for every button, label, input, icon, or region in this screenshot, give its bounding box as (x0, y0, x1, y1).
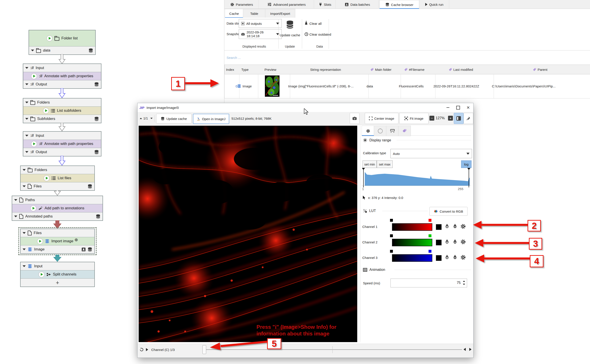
chevron-down-icon[interactable] (14, 199, 17, 201)
chevron-down-icon[interactable] (25, 118, 28, 120)
channel-2-max-swatch[interactable] (429, 234, 431, 237)
column-header-main-folder[interactable]: Main folder (365, 65, 397, 74)
slot-input[interactable]: Folders (20, 166, 94, 174)
slider-prev-icon[interactable] (464, 348, 466, 351)
column-header-filename[interactable]: #Filename (397, 65, 432, 74)
channel-2-color-swatch[interactable] (436, 240, 442, 245)
channel-3-gradient[interactable] (392, 254, 432, 262)
column-header-index[interactable]: Index (224, 65, 236, 74)
center-image-button[interactable]: Center image (365, 113, 398, 124)
tab-cache-browser[interactable]: Cache browser (379, 0, 419, 9)
node-list-subfolders[interactable]: Folders List subfolders Subfolders (23, 98, 101, 123)
chevron-down-icon[interactable] (25, 151, 28, 153)
display-max-handle[interactable] (467, 168, 471, 170)
cache-icon[interactable] (94, 150, 99, 155)
snapshot-button[interactable] (350, 113, 359, 124)
tab-slots[interactable]: Slots (315, 0, 336, 9)
cell-preview[interactable] (254, 74, 290, 98)
slot-output[interactable]: Subfolders (23, 115, 101, 123)
node-folder-list[interactable]: Folder list data (29, 30, 96, 55)
display-max-marker[interactable] (469, 168, 469, 188)
slot-input[interactable]: Paths (12, 196, 103, 204)
spinner-down-icon[interactable] (463, 284, 465, 285)
channel-1-set-max-droplet-icon[interactable] (453, 223, 457, 229)
slot-output[interactable]: Image (20, 245, 94, 253)
zoom-out-button[interactable]: − (430, 116, 434, 121)
subtab-import-export[interactable]: Import/Export (265, 9, 295, 18)
channel-slider-track[interactable] (206, 349, 462, 350)
channel-3-max-swatch[interactable] (429, 250, 431, 253)
tab-quick-run[interactable]: Quick run (420, 0, 449, 9)
channel-slider-handle[interactable] (202, 345, 206, 354)
channel-3-min-swatch[interactable] (390, 250, 393, 253)
slot-data[interactable]: data (29, 46, 95, 54)
tab-selection[interactable] (374, 126, 386, 136)
channel-1-min-swatch[interactable] (390, 219, 393, 222)
collapse-up-icon[interactable] (140, 118, 142, 119)
loop-icon[interactable] (140, 347, 144, 352)
fit-image-button[interactable]: Fit image (399, 113, 429, 124)
node-action[interactable]: List subfolders (23, 107, 101, 115)
run-icon[interactable] (46, 35, 53, 41)
run-icon[interactable] (44, 175, 50, 181)
set-max-button[interactable]: set max (377, 160, 393, 168)
spinner-up-icon[interactable] (463, 280, 465, 282)
run-icon[interactable] (39, 272, 45, 278)
cache-icon[interactable] (87, 184, 92, 189)
chevron-down-icon[interactable] (23, 248, 26, 250)
channel-2-set-min-droplet-icon[interactable] (445, 239, 449, 244)
chevron-down-icon[interactable] (25, 102, 28, 103)
screenshot-icon[interactable] (81, 247, 86, 252)
chevron-down-icon[interactable] (25, 84, 28, 85)
cache-icon[interactable] (94, 82, 99, 87)
set-min-button[interactable]: set min (363, 160, 377, 168)
slider-next-icon[interactable] (469, 348, 471, 351)
column-header-type[interactable]: Type (235, 65, 255, 74)
zoom-in-button[interactable]: + (448, 116, 453, 121)
convert-to-rgb-button[interactable]: Convert to RGB (430, 207, 468, 216)
slot-input[interactable]: Input (20, 262, 94, 270)
node-split-channels[interactable]: Input Split channels + (20, 262, 95, 287)
chevron-down-icon[interactable] (23, 265, 26, 267)
chevron-down-icon[interactable] (23, 169, 26, 171)
cache-icon[interactable] (88, 48, 93, 53)
channel-3-set-max-droplet-icon[interactable] (453, 254, 457, 260)
toggle-side-panel-button[interactable] (454, 113, 464, 124)
add-slot-row[interactable]: + (20, 279, 94, 286)
run-icon[interactable] (31, 141, 37, 147)
run-icon[interactable] (31, 73, 37, 79)
update-cache-button[interactable]: Update cache (277, 33, 303, 37)
subtab-table[interactable]: Table (243, 9, 265, 18)
node-action[interactable]: :// Annotate with path properties (23, 72, 101, 80)
preview-thumbnail[interactable] (265, 75, 279, 97)
run-icon[interactable] (43, 108, 49, 114)
animate-play-icon[interactable] (146, 348, 148, 351)
run-icon[interactable] (30, 205, 36, 211)
tab-measure[interactable] (386, 126, 399, 136)
pin-button[interactable] (464, 113, 473, 124)
speed-input[interactable]: 75 (391, 279, 467, 287)
update-cache-button[interactable]: Update cache (156, 114, 192, 124)
node-annotate-1[interactable]: :// Input :// Annotate with path propert… (23, 64, 101, 89)
node-folder-list-header[interactable]: Folder list (29, 30, 95, 46)
node-action[interactable]: List files (20, 174, 94, 182)
minimize-button[interactable] (443, 103, 453, 112)
column-header-parent[interactable]: Parent (490, 65, 590, 74)
node-action[interactable]: Import image ⊕ (20, 237, 94, 245)
chevron-down-icon[interactable] (25, 67, 28, 69)
slot-input[interactable]: Files (20, 229, 94, 237)
table-row[interactable]: 0 Image Image (img["FluorescentC (224, 74, 590, 98)
tab-annotations[interactable] (398, 126, 411, 136)
chevron-down-icon[interactable] (25, 135, 28, 136)
collapse-down-icon[interactable] (150, 118, 152, 119)
tab-parameters[interactable]: Parameters (225, 0, 259, 9)
tab-display-settings[interactable] (362, 126, 374, 136)
channel-1-set-min-droplet-icon[interactable] (445, 223, 449, 229)
slot-input[interactable]: :// Input (23, 64, 101, 72)
maximize-button[interactable] (453, 103, 463, 112)
chevron-down-icon[interactable] (23, 185, 26, 187)
channel-1-max-swatch[interactable] (429, 219, 431, 222)
open-in-imagej-button[interactable]: Open in ImageJ (193, 114, 229, 124)
tab-data-batches[interactable]: Data batches (336, 0, 379, 9)
run-icon[interactable] (37, 238, 43, 244)
